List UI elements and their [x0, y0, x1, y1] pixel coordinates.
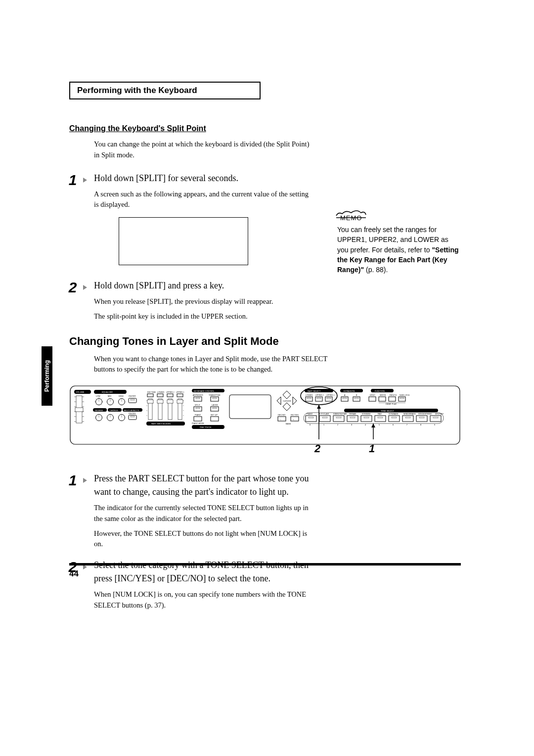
svg-rect-83 [291, 417, 299, 421]
svg-rect-110 [333, 416, 344, 422]
step-note: When [NUM LOCK] is on, you can specify t… [94, 589, 312, 611]
panel-label: MULTI EFFECTS [124, 410, 139, 412]
panel-label: ONE TOUCH [200, 426, 211, 428]
svg-rect-81 [278, 417, 286, 421]
panel-label: CHORUS [110, 410, 118, 412]
intro-text: When you want to change tones in Layer a… [94, 354, 331, 376]
panel-label: EXPANSION [344, 390, 355, 392]
panel-label: ON/OFF [129, 413, 136, 415]
svg-rect-68 [213, 398, 217, 399]
panel-label: LAYER [212, 404, 218, 406]
panel-label: B [356, 394, 357, 396]
svg-rect-54 [177, 400, 183, 403]
panel-label: WRITE [380, 394, 386, 396]
svg-rect-99 [369, 397, 376, 401]
panel-label: PIANO [195, 414, 201, 416]
step-note: However, the TONE SELECT buttons do not … [94, 528, 312, 550]
step-number: 1 [65, 472, 80, 489]
panel-label: SPLIT [195, 404, 201, 406]
svg-rect-113 [350, 417, 355, 418]
step-instruction: Hold down [SPLIT] for several seconds. [94, 172, 312, 185]
svg-rect-91 [327, 398, 331, 399]
memo-sidebar: MEMO You can freely set the ranges for U… [337, 211, 461, 275]
svg-rect-96 [353, 397, 360, 401]
panel-label: LOW [96, 395, 100, 397]
panel-label: VOLUME [76, 391, 85, 393]
svg-rect-20 [129, 398, 136, 403]
section-title: Changing Tones in Layer and Split Mode [69, 335, 475, 348]
intro-text: You can change the point at which the ke… [94, 139, 312, 161]
svg-rect-46 [177, 394, 183, 397]
panel-label: INC/YES [291, 414, 299, 416]
memo-icon: MEMO [337, 211, 365, 221]
svg-rect-52 [157, 400, 163, 403]
svg-rect-44 [157, 394, 163, 397]
svg-rect-122 [416, 416, 427, 422]
panel-label: SFX/GMT [435, 413, 444, 415]
panel-label: 6 [393, 424, 394, 426]
svg-rect-28 [129, 415, 136, 420]
panel-label: HIGH [119, 395, 124, 397]
panel-label: BANK [286, 423, 291, 425]
svg-rect-108 [319, 416, 330, 422]
svg-rect-76 [229, 395, 271, 419]
panel-label: HOST [370, 394, 375, 396]
svg-rect-66 [196, 398, 200, 399]
panel-label: 3 [351, 424, 352, 426]
panel-label: 2 [337, 424, 338, 426]
footer-rule [69, 563, 461, 566]
svg-rect-72 [213, 408, 217, 409]
step-note: The indicator for the currently selected… [94, 503, 312, 524]
svg-rect-90 [325, 397, 332, 401]
svg-rect-106 [306, 416, 316, 422]
panel-label: ON/OFF [129, 395, 136, 397]
svg-rect-73 [194, 417, 202, 421]
svg-rect-121 [405, 417, 410, 418]
svg-rect-70 [196, 408, 200, 409]
svg-rect-29 [131, 416, 134, 417]
panel-label: REVERB [95, 410, 103, 412]
svg-rect-103 [400, 398, 404, 399]
panel-label: 5 [379, 424, 380, 426]
svg-rect-88 [315, 397, 322, 401]
svg-rect-45 [167, 394, 173, 397]
panel-label: PAD [378, 413, 382, 415]
panel-label: TONE SELECT [381, 410, 395, 412]
svg-rect-101 [389, 397, 396, 401]
panel-label: CURSOR [283, 400, 291, 402]
panel-label: REG/TX [390, 394, 397, 396]
svg-rect-102 [399, 397, 405, 401]
panel-label: LOWER [306, 394, 312, 396]
figure-callout: 1 [369, 442, 375, 455]
step-instruction: Press the PART SELECT button for the par… [94, 472, 312, 499]
panel-label: VIBES/GUITAR [333, 413, 347, 415]
step-note: A screen such as the following appears, … [94, 189, 312, 211]
svg-rect-124 [430, 416, 441, 422]
panel-label: VOICE/ETHNIC [418, 413, 432, 415]
panel-label: 9 [434, 424, 435, 426]
page-number: 44 [69, 569, 79, 579]
subhead-split-point: Changing the Keyboard's Split Point [69, 124, 475, 133]
svg-rect-43 [147, 394, 153, 397]
svg-rect-74 [211, 417, 219, 421]
svg-rect-117 [378, 417, 383, 418]
panel-label: ORGAN [349, 413, 356, 415]
svg-rect-86 [306, 397, 312, 401]
panel-label: PIANO MODE [192, 423, 204, 425]
svg-rect-53 [167, 400, 173, 403]
svg-rect-123 [419, 417, 424, 418]
svg-rect-114 [361, 416, 372, 422]
panel-label: SYN/BASS [389, 413, 399, 415]
step-number: 1 [65, 172, 80, 189]
svg-rect-118 [389, 416, 400, 422]
chapter-tab-label: Performing [44, 360, 50, 392]
panel-label: DEMO PLAY [386, 403, 397, 405]
panel-label: DEC/NO [278, 414, 285, 416]
panel-label: UPPER 2 [315, 394, 324, 396]
panel-label: A [344, 394, 346, 396]
svg-rect-100 [379, 397, 386, 401]
section-header: Performing with the Keyboard [69, 82, 261, 99]
step-note: When you release [SPLIT], the previous d… [94, 296, 312, 307]
svg-rect-95 [343, 398, 347, 399]
panel-label: RHYTHM [147, 391, 156, 393]
